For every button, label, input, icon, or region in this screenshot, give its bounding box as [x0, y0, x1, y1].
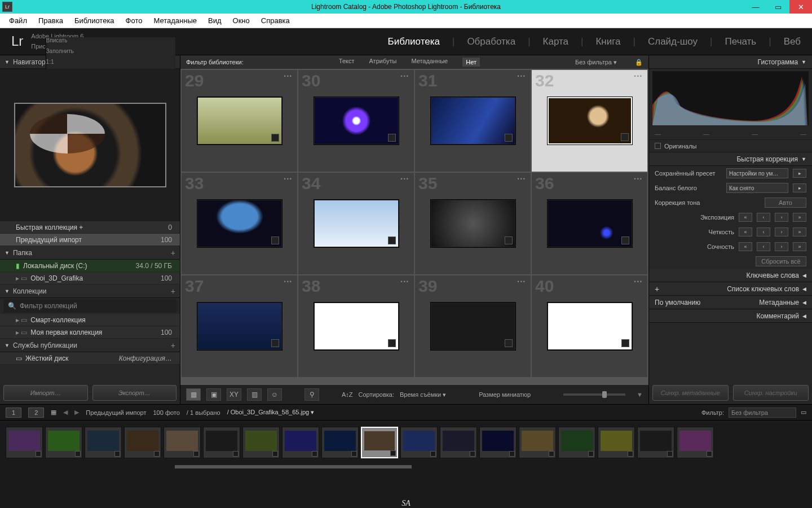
nav-mode[interactable]: Вписать — [46, 37, 175, 43]
grid-cell-37[interactable]: 37••• — [182, 275, 297, 377]
nav-back-icon[interactable]: ◀ — [63, 409, 68, 416]
add-publish-icon[interactable]: + — [171, 341, 175, 350]
filmstrip-cell[interactable] — [164, 427, 201, 458]
step-up[interactable]: › — [775, 213, 788, 222]
module-0[interactable]: Библиотека — [388, 36, 440, 47]
filmstrip-cell[interactable] — [242, 427, 280, 458]
filmstrip-cell[interactable] — [321, 427, 359, 458]
filter-option[interactable]: Метаданные — [411, 58, 448, 67]
step-down[interactable]: ‹ — [757, 213, 770, 222]
filter-lock-icon[interactable]: ▭ — [801, 409, 806, 416]
filmstrip-cell[interactable] — [637, 427, 674, 458]
filmstrip[interactable] — [0, 420, 812, 464]
filmstrip-cell[interactable] — [203, 427, 240, 458]
filter-preset-dropdown[interactable]: Без фильтра ▾ — [575, 59, 617, 66]
minimize-button[interactable]: — — [744, 0, 767, 14]
sync-settings-button[interactable]: Синхр. настройки — [733, 385, 809, 401]
navigator-preview[interactable] — [0, 69, 180, 221]
grid-cell-31[interactable]: 31••• — [415, 70, 531, 172]
comments-header[interactable]: Комментарий◀ — [649, 309, 812, 323]
reset-all-button[interactable]: Сбросить всё — [756, 256, 806, 266]
loupe-view-icon[interactable]: ▣ — [206, 388, 221, 401]
catalog-row[interactable]: Предыдущий импорт100 — [0, 234, 180, 246]
add-keyword-icon[interactable]: + — [655, 284, 659, 294]
metadata-header[interactable]: По умолчанию Метаданные◀ — [649, 296, 812, 309]
lock-icon[interactable]: 🔒 — [635, 59, 643, 66]
survey-view-icon[interactable]: ▥ — [247, 388, 262, 401]
checkbox-icon[interactable] — [655, 143, 661, 149]
breadcrumb[interactable]: Предыдущий импорт — [86, 409, 146, 416]
filmstrip-cell[interactable] — [519, 427, 556, 458]
originals-checkbox-row[interactable]: Оригиналы — [649, 140, 812, 152]
filmstrip-cell[interactable] — [85, 427, 122, 458]
module-5[interactable]: Печать — [725, 36, 757, 47]
auto-tone-button[interactable]: Авто — [765, 198, 806, 208]
histogram[interactable] — [652, 71, 809, 125]
collection-filter-input[interactable]: 🔍 Фильтр коллекций — [3, 299, 176, 313]
menu-справка[interactable]: Справка — [255, 16, 295, 25]
filmstrip-cell[interactable] — [124, 427, 161, 458]
filmstrip-cell[interactable] — [6, 427, 43, 458]
add-folder-icon[interactable]: + — [171, 248, 175, 257]
filmstrip-cell[interactable] — [598, 427, 635, 458]
navigator-header[interactable]: ▼ Навигатор ВписатьЗаполнить1:13:1▸ — [0, 55, 180, 69]
filmstrip-cell[interactable] — [282, 427, 319, 458]
volume-row[interactable]: ▮ Локальный диск (C:) 34.0 / 50 ГБ — [0, 260, 180, 272]
module-2[interactable]: Карта — [543, 36, 569, 47]
catalog-row[interactable]: Быстрая коллекция +0 — [0, 221, 180, 234]
filmstrip-cell[interactable] — [440, 427, 477, 458]
disclosure-icon[interactable]: ▸ — [793, 169, 806, 178]
filmstrip-cell[interactable] — [558, 427, 595, 458]
filmstrip-cell[interactable] — [45, 427, 82, 458]
toolbar-menu-icon[interactable]: ▼ — [637, 391, 643, 398]
people-view-icon[interactable]: ☺ — [267, 388, 282, 401]
metadata-preset-dropdown[interactable]: По умолчанию — [655, 299, 711, 306]
export-button[interactable]: Экспорт… — [92, 385, 177, 401]
menu-библиотека[interactable]: Библиотека — [69, 16, 120, 25]
filmstrip-scrollbar[interactable] — [0, 464, 812, 470]
folder-row[interactable]: ▸ ▭ Oboi_3D_Grafika 100 — [0, 272, 180, 284]
painter-icon[interactable]: ⚲ — [304, 388, 319, 401]
filmstrip-cell[interactable] — [677, 427, 714, 458]
menu-окно[interactable]: Окно — [227, 16, 255, 25]
keyword-list-header[interactable]: + Список ключевых слов◀ — [649, 282, 812, 296]
grid-cell-36[interactable]: 36••• — [532, 173, 647, 274]
grid-icon[interactable]: ▦ — [51, 409, 56, 416]
menu-правка[interactable]: Правка — [33, 16, 69, 25]
grid-cell-34[interactable]: 34••• — [298, 173, 414, 274]
sort-icon[interactable]: A↕Z — [342, 391, 353, 398]
current-file-path[interactable]: / Oboi_3D_Grafika_58_65.jpg ▾ — [227, 409, 315, 416]
filmstrip-cell[interactable] — [479, 427, 517, 458]
publish-header[interactable]: ▼ Службы публикации + — [0, 339, 180, 352]
menu-файл[interactable]: Файл — [3, 16, 33, 25]
grid-cell-29[interactable]: 29••• — [182, 70, 297, 172]
filter-option[interactable]: Нет — [462, 58, 480, 67]
folders-header[interactable]: ▼ Папка + — [0, 246, 180, 260]
module-4[interactable]: Слайд-шоу — [648, 36, 698, 47]
collection-row[interactable]: ▸ ▭Смарт-коллекция — [0, 314, 180, 326]
disclosure-icon[interactable]: ▸ — [793, 183, 806, 192]
menu-фото[interactable]: Фото — [120, 16, 148, 25]
filmstrip-cell[interactable] — [361, 427, 398, 458]
maximize-button[interactable]: ▭ — [767, 0, 789, 14]
wb-dropdown[interactable]: Как снято — [726, 183, 788, 193]
grid-cell-38[interactable]: 38••• — [298, 275, 414, 377]
second-window-button[interactable]: 2 — [28, 408, 44, 418]
nav-mode[interactable]: Заполнить — [46, 48, 175, 54]
filter-option[interactable]: Атрибуты — [369, 58, 397, 67]
quick-develop-header[interactable]: Быстрая коррекция▼ — [649, 152, 812, 166]
import-button[interactable]: Импорт… — [3, 385, 88, 401]
menu-метаданные[interactable]: Метаданные — [148, 16, 202, 25]
step-big-down[interactable]: « — [739, 213, 752, 222]
histogram-header[interactable]: Гистограмма▼ — [649, 55, 812, 69]
publish-harddrive-row[interactable]: ▭ Жёсткий диск Конфигурация… — [0, 352, 180, 365]
collections-header[interactable]: ▼ Коллекции + — [0, 284, 180, 298]
module-1[interactable]: Обработка — [467, 36, 515, 47]
grid-cell-40[interactable]: 40••• — [532, 275, 647, 377]
step-big-up[interactable]: » — [793, 213, 806, 222]
menu-вид[interactable]: Вид — [202, 16, 227, 25]
grid-cell-32[interactable]: 32••• — [532, 70, 647, 172]
sort-dropdown[interactable]: Время съёмки ▾ — [400, 391, 446, 398]
main-window-button[interactable]: 1 — [6, 408, 21, 418]
module-3[interactable]: Книга — [595, 36, 620, 47]
